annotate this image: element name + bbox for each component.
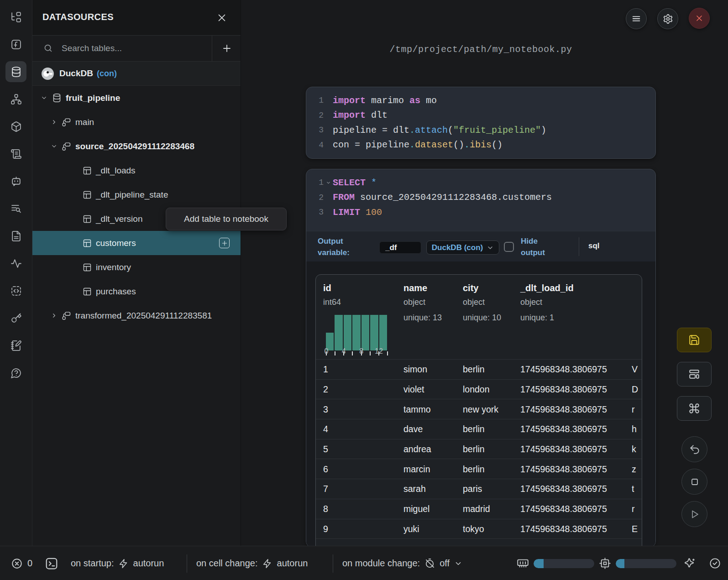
close-panel-icon[interactable] (215, 11, 229, 25)
layout-toggle-button[interactable] (677, 362, 712, 387)
rail-button-tracebacks[interactable] (5, 198, 26, 219)
chevron-right-icon[interactable] (50, 119, 58, 125)
on-module-change-setting[interactable]: on module change: off (342, 546, 462, 580)
rail-button-activity[interactable] (5, 253, 26, 274)
tree-item-fruit_pipeline[interactable]: fruit_pipeline (32, 86, 241, 110)
connection-row-duckdb[interactable]: DuckDB (con) (32, 62, 241, 86)
code-editor[interactable]: 1import marimo as mo2import dlt3pipeline… (306, 87, 655, 152)
command-palette-button[interactable] (677, 396, 712, 421)
ai-assistant-button[interactable] (684, 546, 696, 580)
rail-button-packages[interactable] (5, 116, 26, 137)
table-row[interactable]: 6marcinberlin1745968348.3806975z (316, 459, 642, 479)
error-counter[interactable]: 0 (11, 546, 32, 580)
sql-editor[interactable]: 1SELECT *2FROM source_202504291112283468… (306, 169, 655, 220)
table-row[interactable]: 9yukitokyo1745968348.3806975E (316, 519, 642, 539)
rail-button-scratchpad[interactable] (5, 335, 26, 356)
table-row[interactable]: 5andreaberlin1745968348.3806975k (316, 439, 642, 459)
undo-button[interactable] (681, 436, 707, 462)
on-cell-change-label: on cell change: (196, 558, 258, 569)
tree-item-transformed_202504291112283581[interactable]: transformed_202504291112283581 (32, 303, 241, 328)
table-row[interactable]: 2violetlondon1745968348.3806975D (316, 379, 642, 399)
rail-button-chat[interactable] (5, 171, 26, 192)
add-table-to-notebook-button[interactable] (219, 238, 230, 248)
cpu-icon (599, 557, 611, 570)
code-line-2[interactable]: 2import dlt (306, 108, 655, 123)
add-datasource-button[interactable] (213, 36, 241, 61)
close-icon (695, 14, 704, 23)
chevron-down-icon[interactable] (50, 143, 58, 150)
column-name: name (403, 283, 427, 293)
tree-item-main[interactable]: main (32, 110, 241, 134)
output-variable-input[interactable] (379, 241, 421, 254)
run-button[interactable] (681, 501, 707, 527)
fold-chevron-icon[interactable] (324, 180, 333, 185)
table-cell: 1745968348.3806975 (520, 384, 607, 395)
connection-name: DuckDB (59, 68, 93, 78)
shutdown-button[interactable] (689, 8, 710, 29)
table-cell: 1745968348.3806975 (520, 424, 607, 434)
rail-button-function[interactable] (5, 34, 26, 55)
sparkles-icon (684, 557, 696, 570)
tree-item-_dlt_loads[interactable]: _dlt_loads (32, 158, 241, 183)
table-row[interactable]: 3tammonew york1745968348.3806975r (316, 399, 642, 419)
code-line-1[interactable]: 1SELECT * (306, 175, 655, 190)
table-row[interactable]: 7sarahparis1745968348.3806975t (316, 479, 642, 499)
menu-button[interactable] (626, 8, 647, 29)
cell-output-area: idint64nameobjectunique: 13cityobjectuni… (306, 261, 655, 547)
tree-item-_dlt_pipeline_state[interactable]: _dlt_pipeline_state (32, 183, 241, 207)
code-line-3[interactable]: 3pipeline = dlt.attach("fruit_pipeline") (306, 123, 655, 138)
table-cell: 8 (323, 504, 328, 514)
tree-item-customers[interactable]: customers (32, 231, 241, 255)
rail-button-logs[interactable] (5, 143, 26, 164)
tree-item-label: _dlt_loads (96, 166, 136, 176)
function-icon (10, 39, 22, 50)
tree-item-inventory[interactable]: inventory (32, 255, 241, 279)
rail-button-secrets[interactable] (5, 308, 26, 329)
on-startup-setting[interactable]: on startup: autorun (71, 546, 164, 580)
code-cell-imports[interactable]: 1import marimo as mo2import dlt3pipeline… (306, 87, 656, 159)
table-cell: E (632, 523, 638, 534)
rail-button-dependencies[interactable] (5, 89, 26, 110)
engine-dropdown[interactable]: DuckDB (con) (426, 240, 499, 255)
code-line-3[interactable]: 3LIMIT 100 (306, 205, 655, 220)
table-row[interactable]: 8miguelmadrid1745968348.3806975r (316, 499, 642, 519)
table-cell: marcin (403, 464, 430, 474)
table-row[interactable]: 4daveberlin1745968348.3806975h (316, 419, 642, 439)
table-icon (83, 214, 92, 224)
search-input[interactable] (62, 36, 210, 61)
stop-button[interactable] (681, 469, 707, 495)
divider (187, 554, 187, 573)
rail-button-help[interactable] (5, 362, 26, 383)
chevron-down-icon (454, 559, 462, 568)
on-cell-change-setting[interactable]: on cell change: autorun (196, 546, 308, 580)
tree-item-purchases[interactable]: purchases (32, 279, 241, 303)
error-count: 0 (27, 558, 32, 569)
table-cell: berlin (463, 424, 485, 434)
rail-button-datasources[interactable] (5, 61, 26, 82)
rail-button-documentation[interactable] (5, 225, 26, 246)
connection-status-button[interactable] (709, 546, 721, 580)
terminal-button[interactable] (43, 555, 60, 572)
chevron-right-icon[interactable] (50, 312, 58, 319)
tree-item-source_202504291112283468[interactable]: source_202504291112283468 (32, 134, 241, 158)
tree-item-label: fruit_pipeline (66, 93, 120, 103)
sql-cell[interactable]: 1SELECT *2FROM source_202504291112283468… (306, 169, 656, 548)
settings-button[interactable] (657, 8, 678, 29)
histogram-tick-label: 0 (325, 347, 329, 355)
code-line-2[interactable]: 2FROM source_202504291112283468.customer… (306, 190, 655, 205)
table-cell: andrea (403, 444, 431, 455)
code-line-4[interactable]: 4con = pipeline.dataset().ibis() (306, 138, 655, 153)
line-number: 4 (306, 141, 324, 150)
save-button[interactable] (677, 328, 712, 352)
table-cell: z (632, 464, 636, 474)
code-line-1[interactable]: 1import marimo as mo (306, 93, 655, 108)
chevron-down-icon[interactable] (40, 94, 47, 101)
line-number: 2 (306, 193, 324, 202)
hide-output-checkbox[interactable] (504, 242, 514, 252)
column-name: city (463, 283, 478, 293)
table-row[interactable]: 1simonberlin1745968348.3806975V (316, 359, 642, 379)
table-cell: 1745968348.3806975 (520, 484, 607, 494)
rail-button-snippets[interactable] (5, 280, 26, 301)
rail-button-file-tree[interactable] (5, 6, 26, 27)
notebook-path[interactable]: /tmp/project/path/my_notebook.py (306, 44, 656, 55)
